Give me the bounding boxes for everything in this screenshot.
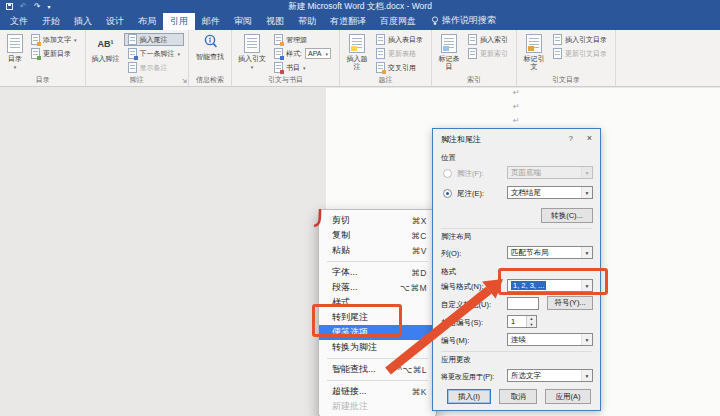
cancel-button[interactable]: 取消	[499, 389, 537, 404]
footnote-radio[interactable]	[443, 169, 452, 178]
menu-item-cut[interactable]: 剪切⌘X	[319, 213, 436, 228]
bibliography-button[interactable]: 书目 ▾	[270, 61, 335, 74]
update-index-button[interactable]: 更新索引	[464, 47, 512, 60]
menu-item-paragraph[interactable]: 段落...⌥⌘M	[319, 280, 436, 295]
convert-button[interactable]: 转换(C)...	[541, 208, 593, 223]
apply-button[interactable]: 应用(A)	[545, 389, 591, 404]
menu-item-font[interactable]: 字体...⌘D	[319, 265, 436, 280]
next-footnote-button[interactable]: 下一条脚注 ▾	[124, 47, 185, 60]
insert-index-button[interactable]: 插入索引	[464, 33, 512, 46]
ribbon-tabs: 文件 开始 插入 设计 布局 引用 邮件 审阅 视图 帮助 有道翻译 百度网盘 …	[0, 13, 720, 30]
mark-citation-icon	[526, 34, 542, 53]
menu-item-new-comment[interactable]: 新建批注	[319, 399, 436, 414]
tab-mailings[interactable]: 邮件	[195, 13, 227, 30]
menu-item-hyperlink[interactable]: 超链接...⌘K	[319, 384, 436, 399]
close-icon[interactable]: ×	[587, 133, 592, 143]
menu-item-styles[interactable]: 样式...	[319, 295, 436, 310]
insert-table-of-figures-button[interactable]: 插入表目录	[372, 33, 427, 46]
toc-button-label: 目录	[8, 55, 22, 63]
start-at-spinner[interactable]: 1 ▲▼	[507, 315, 537, 328]
insert-citation-button[interactable]: 插入引文 ▾	[236, 33, 268, 70]
smart-lookup-button[interactable]: 智能查找	[193, 33, 227, 62]
update-table-button[interactable]: 更新表格	[372, 47, 427, 60]
start-at-label: 起始编号(S):	[441, 318, 483, 328]
insert-index-icon	[468, 34, 477, 45]
format-section-label: 格式	[441, 267, 456, 277]
tab-baidu-netdisk[interactable]: 百度网盘	[373, 13, 423, 30]
endnote-position-dropdown[interactable]: 文档结尾 ▼	[507, 186, 593, 199]
update-table-of-authorities-icon	[553, 48, 562, 59]
endnote-position-value: 文档结尾	[511, 188, 541, 198]
style-dropdown[interactable]: APA ▾	[305, 48, 331, 59]
group-captions: 插入题注 插入表目录 更新表格 交叉引用 题注	[340, 30, 432, 86]
dialog-help-button[interactable]: ?	[569, 134, 573, 143]
menu-item-label: 复制	[332, 229, 350, 242]
manage-sources-button[interactable]: 管理源	[270, 33, 335, 46]
endnote-radio[interactable]	[443, 189, 452, 198]
insert-table-of-authorities-icon	[553, 34, 562, 45]
tab-insert[interactable]: 插入	[67, 13, 99, 30]
insert-button[interactable]: 插入(I)	[447, 389, 491, 404]
menu-item-go-to-endnote[interactable]: 转到尾注	[319, 310, 436, 325]
tab-home[interactable]: 开始	[35, 13, 67, 30]
tab-review[interactable]: 审阅	[227, 13, 259, 30]
next-footnote-icon	[128, 48, 137, 59]
footnotes-dialog-launcher-icon[interactable]: ⇲	[182, 78, 187, 84]
chevron-down-icon: ▾	[251, 65, 254, 69]
tab-help[interactable]: 帮助	[291, 13, 323, 30]
next-footnote-label: 下一条脚注	[140, 49, 175, 59]
update-table-of-authorities-button[interactable]: 更新引文目录	[549, 47, 611, 60]
insert-footnote-button[interactable]: AB¹ 插入脚注	[90, 33, 122, 64]
update-table-label: 更新表格	[388, 49, 416, 59]
numbering-dropdown[interactable]: 连续 ▼	[507, 333, 593, 346]
menu-item-shortcut: ⌘X	[412, 216, 427, 226]
columns-dropdown[interactable]: 匹配节布局 ▼	[507, 246, 593, 259]
add-text-button[interactable]: 添加文字 ▾	[27, 33, 81, 46]
citations-small-buttons: 管理源 样式: APA ▾ 书目 ▾	[270, 33, 335, 74]
number-format-value: 1, 2, 3, ...	[511, 281, 546, 290]
tell-me-search[interactable]: 操作说明搜索	[431, 14, 496, 30]
menu-separator	[327, 380, 428, 381]
undo-icon[interactable]: ↶	[20, 3, 27, 11]
save-icon[interactable]	[6, 3, 13, 10]
menu-item-convert-to-footnote[interactable]: 转换为脚注	[319, 340, 436, 355]
tab-file[interactable]: 文件	[3, 13, 35, 30]
mark-entry-button[interactable]: 标记条目	[436, 33, 462, 72]
redo-icon[interactable]: ↷	[34, 3, 41, 11]
update-toc-button[interactable]: 更新目录	[27, 47, 81, 60]
group-index: 标记条目 插入索引 更新索引 索引	[432, 30, 517, 86]
tab-youdao-translate[interactable]: 有道翻译	[323, 13, 373, 30]
insert-caption-button[interactable]: 插入题注	[344, 33, 370, 72]
symbol-button[interactable]: 符号(Y)...	[547, 296, 593, 310]
menu-item-copy[interactable]: 复制⌘C	[319, 228, 436, 243]
custom-mark-input[interactable]	[507, 297, 539, 310]
apply-to-dropdown[interactable]: 所选文字 ▼	[507, 369, 593, 382]
menu-item-label: 超链接...	[332, 385, 367, 398]
insert-table-of-authorities-button[interactable]: 插入引文目录	[549, 33, 611, 46]
spinner-arrows: ▲▼	[526, 316, 536, 327]
context-menu: 剪切⌘X 复制⌘C 粘贴⌘V 字体...⌘D 段落...⌥⌘M 样式... 转到…	[318, 209, 437, 416]
menu-separator	[327, 261, 428, 262]
number-format-dropdown[interactable]: 1, 2, 3, ... ▼	[507, 279, 593, 292]
chevron-down-icon: ▼	[581, 370, 592, 381]
cross-reference-button[interactable]: 交叉引用	[372, 61, 427, 74]
mark-citation-button[interactable]: 标记引文	[521, 33, 547, 72]
tab-references[interactable]: 引用	[163, 13, 195, 30]
menu-item-shortcut: ⌘V	[412, 246, 427, 256]
captions-small-buttons: 插入表目录 更新表格 交叉引用	[372, 33, 427, 74]
spinner-down-icon[interactable]: ▼	[527, 322, 536, 328]
menu-item-smart-lookup[interactable]: 智能查找...^⌥⌘L	[319, 362, 436, 377]
customize-qat-caret-icon[interactable]: ▾	[47, 3, 50, 11]
group-research: 智能查找 信息检索	[189, 30, 232, 86]
footnote-position-dropdown[interactable]: 页面底端 ▼	[507, 166, 593, 179]
menu-item-note-options[interactable]: 便笺选项...	[319, 325, 436, 340]
tab-view[interactable]: 视图	[259, 13, 291, 30]
bibliography-label: 书目	[286, 63, 300, 73]
tab-design[interactable]: 设计	[99, 13, 131, 30]
tab-layout[interactable]: 布局	[131, 13, 163, 30]
show-notes-button[interactable]: 显示备注	[124, 61, 185, 74]
toc-button[interactable]: 目录 ▾	[5, 33, 25, 70]
add-text-label: 添加文字	[43, 35, 71, 45]
insert-endnote-button[interactable]: 插入尾注	[124, 33, 185, 46]
menu-item-paste[interactable]: 粘贴⌘V	[319, 243, 436, 258]
